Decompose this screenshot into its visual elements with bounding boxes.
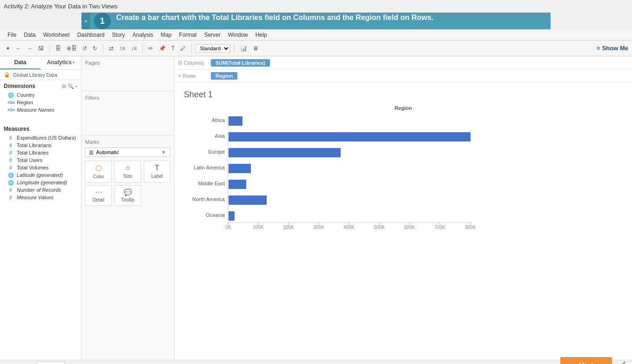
menu-format[interactable]: Format [175,31,201,39]
menu-server[interactable]: Server [201,31,224,39]
toolbar-annotate[interactable]: 🖊 [178,44,188,53]
tab-analytics[interactable]: Analytics• [40,56,81,69]
meas-libraries-label: Total Libraries [17,150,48,155]
show-me-button[interactable]: ≡ Show Me [597,45,628,52]
bar-europe[interactable] [229,148,341,157]
bottom-bar: ◀ source Sheet 1 ⊕ ⧉ ⊡ 7 marks 7 rows by… [0,360,632,364]
bar-label-africa: Africa [212,117,225,123]
dim-country[interactable]: 🌐 Country [0,91,81,99]
x-tick-100: 100K [253,225,264,230]
abc-measure-names-icon: Abc [7,108,14,112]
meas-longitude-label: Longitude (generated) [17,180,67,185]
abc-region-icon: Abc [7,100,14,105]
meas-latitude[interactable]: 🌐 Latitude (generated) [0,171,81,179]
marks-color-btn[interactable]: ⬡ Color [85,161,112,182]
toolbar-home[interactable]: ✦ [4,44,12,53]
bottom-sheet-options[interactable]: ⊡ [92,362,101,364]
bar-mideast[interactable] [229,180,246,189]
menu-help[interactable]: Help [252,31,271,39]
marks-tooltip-btn[interactable]: 💬 Tooltip [114,185,141,206]
dim-region-label: Region [17,100,33,105]
datasource-name: Global Library Data [13,72,57,78]
toolbar-text[interactable]: T [169,44,176,53]
label-text-label: Label [151,174,162,179]
meas-expenditures-label: Expenditures (US Dollars) [17,135,76,141]
toolbar-undo[interactable]: ↺ [81,44,89,53]
marks-type-dropdown[interactable]: ||| Automatic ▼ [85,148,170,157]
meas-libraries[interactable]: # Total Libraries [0,149,81,156]
bar-africa[interactable] [229,116,242,126]
dim-country-label: Country [17,92,35,98]
bar-northam[interactable] [229,195,267,205]
toolbar-new-datasource[interactable]: 🗄 [54,44,63,53]
rows-shelf-label: ≡ Rows [178,73,211,79]
toolbar-redo[interactable]: ↻ [91,44,99,53]
bar-label-oceania: Oceania [206,212,225,218]
bottom-sheet-tab[interactable]: Sheet 1 [37,362,65,364]
marks-label-btn[interactable]: T Label [144,161,170,182]
tutorial-chevron[interactable]: » [81,13,90,29]
chart-title: Sheet 1 [184,90,623,100]
bottom-add-sheet[interactable]: ⊕ [68,362,77,364]
menu-map[interactable]: Map [157,31,175,39]
bar-oceania[interactable] [229,211,235,221]
meas-num-records[interactable]: # Number of Records [0,186,81,194]
x-tick-600: 600K [404,225,415,230]
hash-libraries-icon: # [7,150,14,155]
dimensions-title: Dimensions [4,83,62,89]
toolbar-pin[interactable]: 📌 [157,44,168,53]
meas-values[interactable]: # Measure Values [0,194,81,201]
toolbar-back[interactable]: ← [14,44,23,53]
tab-data[interactable]: Data [0,56,40,69]
x-tick-400: 400K [343,225,355,230]
bar-label-asia: Asia [215,133,225,139]
toolbar-present[interactable]: 🖥 [251,44,260,53]
meas-users[interactable]: # Total Users [0,156,81,164]
toolbar-sort-asc[interactable]: ↑≡ [117,44,127,53]
dim-region[interactable]: Abc Region [0,99,81,106]
meas-librarians[interactable]: # Total Librarians [0,142,81,149]
menu-story[interactable]: Story [108,31,129,39]
menu-window[interactable]: Window [224,31,252,39]
left-panel: Data Analytics• 🔒 Global Library Data Di… [0,56,81,360]
bar-asia[interactable] [229,132,471,142]
bar-chart-svg: Africa Asia Europe Latin America Middle … [184,112,486,233]
dim-measure-names[interactable]: Abc Measure Names [0,106,81,114]
bottom-nav-left[interactable]: ◀ [4,361,13,364]
chart-area: Sheet 1 Region Africa Asia Europe Latin … [175,82,632,360]
menubar: File Data Worksheet Dashboard Story Anal… [0,29,632,40]
toolbar-chart-type[interactable]: 📊 [238,44,249,53]
menu-file[interactable]: File [4,31,20,39]
marks-buttons: ⬡ Color ○ Size T Label ⋯ Detail 💬 Too [85,161,170,206]
meas-longitude[interactable]: 🌐 Longitude (generated) [0,179,81,186]
toolbar-standard-select[interactable]: Standard [195,44,230,53]
marks-size-btn[interactable]: ○ Size [114,161,141,182]
tooltip-label: Tooltip [121,197,134,202]
toolbar-forward[interactable]: → [25,44,34,53]
rows-pill[interactable]: Region [211,72,237,80]
meas-expenditures[interactable]: # Expenditures (US Dollars) [0,134,81,142]
toolbar-pen[interactable]: ✏ [147,44,155,53]
show-me-label: Show Me [602,45,628,52]
columns-pill[interactable]: SUM(Total Libraries) [211,59,270,67]
menu-worksheet[interactable]: Worksheet [40,31,74,39]
toolbar-save[interactable]: 🖫 [36,44,46,53]
toolbar-sort-desc[interactable]: ↓≡ [129,44,139,53]
bottom-duplicate-sheet[interactable]: ⧉ [81,362,88,364]
x-tick-500: 500K [374,225,385,230]
menu-analysis[interactable]: Analysis [129,31,157,39]
menu-dashboard[interactable]: Dashboard [74,31,108,39]
bar-latin[interactable] [229,164,251,173]
toolbar-swap[interactable]: ⇄ [107,44,115,53]
meas-latitude-label: Latitude (generated) [17,172,63,178]
datasource-item[interactable]: 🔒 Global Library Data [0,70,81,80]
toolbar-add-datasource[interactable]: ⊕🗄 [65,44,79,53]
meas-volumes-label: Total Volumes [17,165,48,170]
center-panel: Pages Filters Marks ||| Automatic ▼ ⬡ Co… [81,56,175,360]
meas-volumes[interactable]: # Total Volumes [0,164,81,171]
menu-data[interactable]: Data [20,31,39,39]
globe-latitude-icon: 🌐 [7,173,14,178]
marks-detail-btn[interactable]: ⋯ Detail [85,185,112,206]
pages-section: Pages [81,56,174,91]
x-tick-300: 300K [313,225,324,230]
